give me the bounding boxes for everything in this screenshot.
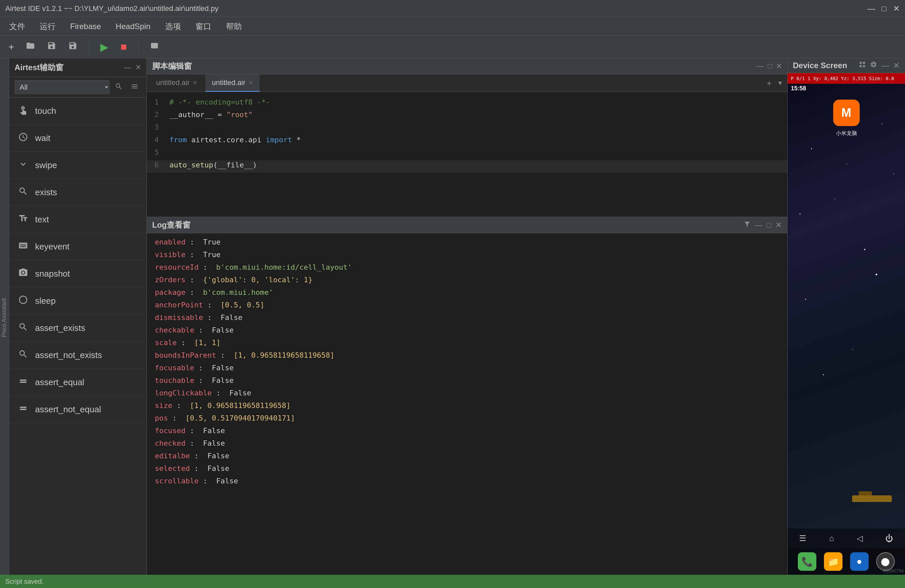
assert-not-equal-icon [17, 404, 29, 416]
assistant-panel-title: Airtest辅助窗 [14, 62, 64, 73]
device-screen-container[interactable]: P 0/1 1 Xy: 8,402 Yz: 3,515 Size: 0.0 15… [788, 73, 905, 575]
star [852, 349, 853, 350]
log-entry-checkable: checkable : False [155, 324, 779, 337]
star [835, 199, 835, 199]
code-line-6: 6 auto_setup(__file__) [147, 160, 787, 173]
dock-phone-icon[interactable]: 📞 [798, 552, 816, 571]
tab-dropdown-icon[interactable]: ▾ [776, 79, 784, 87]
toolbar: + ▶ ■ [0, 36, 905, 58]
device-screen[interactable]: P 0/1 1 Xy: 8,402 Yz: 3,515 Size: 0.0 15… [788, 73, 905, 575]
assistant-close-icon[interactable]: ✕ [135, 63, 141, 72]
log-entry-touchable: touchable : False [155, 374, 779, 387]
assistant-item-touch[interactable]: touch [9, 98, 146, 125]
line-num-5: 5 [147, 148, 167, 157]
device-header: Device Screen — ✕ [788, 58, 905, 73]
nav-power-btn[interactable]: ⏻ [886, 534, 894, 543]
dock-circle-icon[interactable]: ● [850, 552, 868, 571]
record-button[interactable] [146, 39, 162, 55]
star [894, 173, 894, 174]
minimize-button[interactable]: — [867, 4, 875, 13]
line-num-6: 6 [147, 161, 167, 169]
run-button[interactable]: ▶ [97, 39, 112, 55]
menu-item-选项[interactable]: 选项 [159, 19, 187, 34]
line-code-1: # -*- encoding=utf8 -*- [167, 98, 270, 106]
menu-item-运行[interactable]: 运行 [33, 19, 62, 34]
log-close-icon[interactable]: ✕ [775, 220, 782, 230]
device-app-label: 小米龙脑 [836, 130, 857, 137]
assistant-minimize-icon[interactable]: — [124, 63, 131, 72]
star [864, 249, 865, 250]
svg-rect-4 [20, 407, 27, 408]
close-button[interactable]: ✕ [893, 4, 900, 13]
nav-back-btn[interactable]: ◁ [857, 534, 863, 543]
device-minimize-icon[interactable]: — [881, 61, 889, 70]
log-entry-dismissable: dismissable : False [155, 311, 779, 324]
device-grid-icon[interactable] [859, 61, 866, 70]
line-num-4: 4 [147, 136, 167, 144]
assistant-item-exists[interactable]: exists [9, 179, 146, 206]
device-settings-icon[interactable] [870, 61, 877, 70]
filter-settings-icon[interactable] [128, 81, 141, 94]
status-bar: Script saved. [0, 575, 905, 588]
editor-tab-2-close[interactable]: ✕ [248, 79, 253, 86]
log-expand-icon[interactable]: □ [767, 220, 772, 230]
stop-button[interactable]: ■ [117, 39, 130, 55]
assert-not-equal-label: assert_not_equal [35, 404, 101, 415]
assistant-item-text[interactable]: text [9, 206, 146, 233]
menu-item-Firebase[interactable]: Firebase [64, 19, 108, 34]
log-filter-icon[interactable] [743, 220, 751, 230]
filter-search-icon[interactable] [112, 81, 125, 94]
device-close-icon[interactable]: ✕ [893, 61, 900, 70]
assistant-item-assert-equal[interactable]: assert_equal [9, 369, 146, 396]
star [800, 213, 800, 215]
menu-item-窗口[interactable]: 窗口 [189, 19, 218, 34]
editor-minimize-icon[interactable]: — [756, 62, 764, 70]
maximize-button[interactable]: □ [882, 4, 887, 13]
assistant-item-wait[interactable]: wait [9, 125, 146, 152]
window-title: Airtest IDE v1.2.1 ~~ D:\YLMY_ui\damo2.a… [5, 4, 218, 13]
assistant-header: Airtest辅助窗 — ✕ [9, 58, 146, 77]
editor-expand-icon[interactable]: □ [768, 62, 772, 70]
svg-point-1 [22, 271, 24, 274]
assistant-item-assert-not-exists[interactable]: assert_not_exists [9, 342, 146, 369]
assistant-item-swipe[interactable]: swipe [9, 152, 146, 179]
editor-tab-1-close[interactable]: ✕ [192, 79, 197, 86]
editor-tabs: untitled.air ✕ untitled.air ✕ + ▾ [147, 75, 787, 92]
nav-home-btn[interactable]: ⌂ [829, 534, 834, 543]
assistant-item-sleep[interactable]: sleep [9, 288, 146, 315]
open-button[interactable] [22, 39, 38, 55]
menu-item-文件[interactable]: 文件 [3, 19, 32, 34]
code-editor-area[interactable]: 1 # -*- encoding=utf8 -*- 2 __author__ =… [147, 92, 787, 217]
code-line-2: 2 __author__ = "root" [147, 110, 787, 122]
log-minimize-icon[interactable]: — [755, 220, 763, 230]
dock-folder-icon[interactable]: 📁 [824, 552, 843, 571]
new-button[interactable]: + [5, 40, 17, 54]
log-entry-zorders: zOrders : {'global': 0, 'local': 1} [155, 273, 779, 286]
menu-item-帮助[interactable]: 帮助 [219, 19, 248, 34]
assistant-item-snapshot[interactable]: snapshot [9, 261, 146, 288]
star [823, 374, 824, 375]
assistant-item-assert-exists[interactable]: assert_exists [9, 315, 146, 342]
add-tab-button[interactable]: + [764, 78, 774, 88]
assistant-item-keyevent[interactable]: keyevent [9, 233, 146, 261]
line-num-1: 1 [147, 98, 167, 106]
toolbar-separator [89, 40, 89, 54]
editor-header: 脚本编辑窗 — □ ✕ [147, 58, 787, 75]
log-entry-pos: pos : [0.5, 0.5170940170940171] [155, 412, 779, 424]
menu-item-HeadSpin[interactable]: HeadSpin [109, 19, 157, 34]
svg-rect-3 [20, 381, 27, 383]
poco-assistant-tab[interactable]: Poco Assistant [0, 296, 9, 340]
code-line-4: 4 from airtest.core.api import * [147, 135, 787, 148]
editor-tab-2[interactable]: untitled.air ✕ [205, 75, 260, 92]
editor-close-icon[interactable]: ✕ [776, 62, 782, 70]
save-all-button[interactable] [65, 39, 81, 55]
assistant-filter-select[interactable]: All touch wait swipe exists text keyeven… [14, 80, 110, 94]
device-panel: Device Screen — ✕ [787, 58, 905, 575]
save-button[interactable] [44, 39, 60, 55]
center-panel: 脚本编辑窗 — □ ✕ untitled.air ✕ untitled.air … [147, 58, 787, 575]
device-mi-app-icon[interactable]: M [833, 100, 860, 126]
editor-tab-1[interactable]: untitled.air ✕ [149, 75, 204, 92]
assistant-item-assert-not-equal[interactable]: assert_not_equal [9, 396, 146, 423]
nav-menu-btn[interactable]: ☰ [799, 534, 807, 543]
menu-bar: 文件运行FirebaseHeadSpin选项窗口帮助 [0, 17, 905, 36]
